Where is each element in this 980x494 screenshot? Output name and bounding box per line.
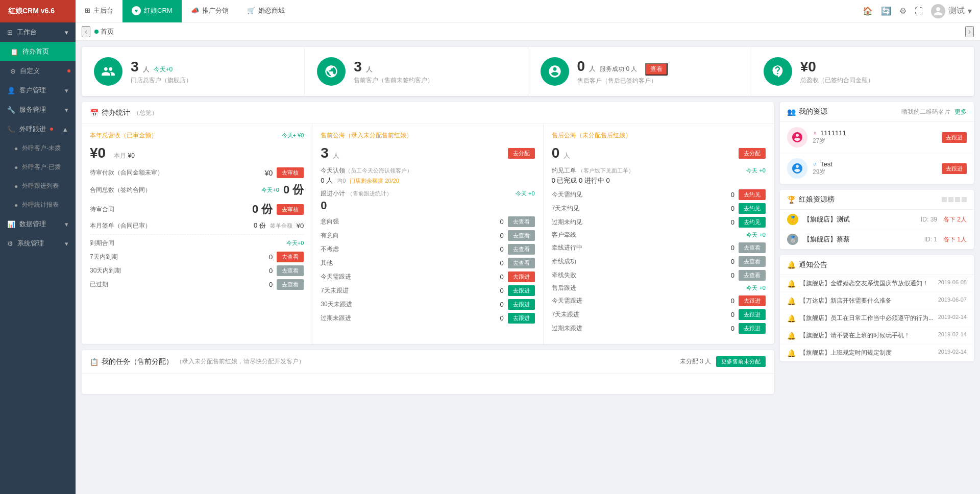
tab-shop[interactable]: 🛒 婚恋商城 xyxy=(238,0,294,22)
refresh-icon[interactable]: 🔄 xyxy=(881,6,891,16)
aftersale-check-btn[interactable]: 查看 xyxy=(645,63,668,76)
resource-go-btn-2[interactable]: 去跟进 xyxy=(942,163,967,174)
expired-btn[interactable]: 去查看 xyxy=(277,279,304,290)
todo-col-2: 售前公海（录入未分配售前红娘） 3 人 去分配 xyxy=(312,124,543,344)
aftersale-expired-follow-btn[interactable]: 去跟进 xyxy=(739,323,766,334)
customize-dot xyxy=(67,69,70,72)
aftersale-distribute-btn[interactable]: 去分配 xyxy=(739,148,766,159)
stat-card-presale-customers: 3 人 售前客户（售前未签约客户） xyxy=(305,47,528,96)
resource-go-btn-1[interactable]: 去跟进 xyxy=(942,132,967,143)
sidebar-item-customize[interactable]: ⊕ 自定义 xyxy=(0,61,76,81)
dot-icon: ● xyxy=(14,145,18,152)
tab-promotion[interactable]: 📣 推广分销 xyxy=(182,0,238,22)
sidebar-item-outbound-reached[interactable]: ● 外呼客户-已拨 xyxy=(0,158,76,177)
notice-item-2[interactable]: 🔔 【万达店】新店开张需要什么准备 2019-06-07 xyxy=(780,292,974,310)
system-icon: ⚙ xyxy=(7,240,13,248)
sidebar-outbound[interactable]: 📞 外呼跟进 ▲ xyxy=(0,119,76,139)
dot-icon2: ● xyxy=(14,164,18,171)
sidebar-customer-mgmt[interactable]: 👤 客户管理 ▾ xyxy=(0,81,76,100)
service-icon: 🔧 xyxy=(7,106,15,114)
sidebar-workbench[interactable]: ⊞ 工作台 ▾ xyxy=(0,22,76,42)
audit-contract-btn[interactable]: 去审核 xyxy=(277,204,304,215)
top-nav-tabs: ⊞ 主后台 ♥ 红娘CRM 📣 推广分销 🛒 婚恋商城 xyxy=(76,0,854,22)
breadcrumb: 首页 xyxy=(94,27,114,36)
dot-icon3: ● xyxy=(14,183,18,190)
aftersale-customers-icon xyxy=(541,57,569,86)
nav-prev-btn[interactable]: ‹ xyxy=(82,26,90,37)
presale-7d-btn[interactable]: 去跟进 xyxy=(508,285,535,296)
sidebar-item-outbound-stats[interactable]: ● 外呼统计报表 xyxy=(0,195,76,214)
sidebar-system-mgmt[interactable]: ⚙ 系统管理 ▾ xyxy=(0,234,76,253)
audit-payment-btn[interactable]: 去审核 xyxy=(277,167,304,178)
presale-expired-follow-btn[interactable]: 去跟进 xyxy=(508,313,535,324)
resource-item-1: ♀ 1111111 27岁 去跟进 xyxy=(780,122,974,153)
qrcode-link[interactable]: 晒我的二维码名片 xyxy=(901,108,950,116)
resources-more-link[interactable]: 更多 xyxy=(954,108,967,116)
silver-medal-icon: 🥈 xyxy=(787,234,798,245)
sidebar-service-mgmt[interactable]: 🔧 服务管理 ▾ xyxy=(0,100,76,119)
resource-avatar-1 xyxy=(787,127,807,147)
more-presale-unassigned-btn[interactable]: 更多售前未分配 xyxy=(716,356,766,367)
fullscreen-icon[interactable]: ⛶ xyxy=(915,7,923,16)
expand-icon2: ▾ xyxy=(65,106,68,114)
aftersale-expired-appt-btn[interactable]: 去约见 xyxy=(739,217,766,228)
settings-icon[interactable]: ⚙ xyxy=(899,6,906,16)
ranking-grid-icon xyxy=(942,197,967,202)
main-layout: ⊞ 工作台 ▾ 📋 待办首页 ⊕ 自定义 👤 客户管理 ▾ 🔧 服务管理 xyxy=(0,22,980,494)
my-resources-section: 👥 我的资源 晒我的二维码名片 更多 xyxy=(780,102,974,184)
total-profit-icon xyxy=(764,57,792,86)
right-panel: 👥 我的资源 晒我的二维码名片 更多 xyxy=(780,102,974,488)
content-area: ‹ 首页 › 3 人 今天+0 xyxy=(76,22,980,494)
expand-icon4: ▾ xyxy=(65,240,68,248)
sidebar-item-outbound-list[interactable]: ● 外呼跟进列表 xyxy=(0,177,76,195)
sidebar-item-outbound-unreached[interactable]: ● 外呼客户-未拨 xyxy=(0,139,76,158)
phone-icon: 📞 xyxy=(7,126,15,133)
presale-no-consider-btn[interactable]: 去查看 xyxy=(508,244,535,255)
notice-item-4[interactable]: 🔔 【旗舰店】请不要在上班的时候玩手机！ 2019-02-14 xyxy=(780,327,974,344)
resource-info-1: ♀ 1111111 27岁 xyxy=(813,129,942,145)
tab-main-backend[interactable]: ⊞ 主后台 xyxy=(76,0,122,22)
presale-distribute-btn[interactable]: 去分配 xyxy=(508,148,535,159)
aftersale-today-appt-btn[interactable]: 去约见 xyxy=(739,189,766,200)
7days-expiry-btn[interactable]: 去查看 xyxy=(277,252,304,262)
stat-card-aftersale-customers: 0 人 服务成功 0 人 查看 售后客户（售后已签约客户） xyxy=(528,47,751,96)
presale-today-follow-btn[interactable]: 去跟进 xyxy=(508,271,535,282)
30days-expiry-btn[interactable]: 去查看 xyxy=(277,265,304,276)
matchmaking-progress-btn[interactable]: 去查看 xyxy=(739,242,766,253)
user-menu[interactable]: 测试 ▾ xyxy=(931,4,972,18)
gold-medal-icon: 🥇 xyxy=(787,214,798,225)
notice-item-5[interactable]: 🔔 【旗舰店】上班规定时间规定制度 2019-02-14 xyxy=(780,344,974,361)
main-panels: 📅 待办统计 （总览） 本年总营收（已审金额） 今天+ ¥0 xyxy=(76,102,980,494)
sidebar-item-todo-home[interactable]: 📋 待办首页 xyxy=(0,42,76,61)
resource-info-2: ♂ Test 29岁 xyxy=(813,160,942,177)
expand-icon: ▾ xyxy=(65,87,68,94)
username-label: 测试 xyxy=(948,6,965,16)
notice-item-3[interactable]: 🔔 【旗舰店】员工在日常工作当中必须遵守的行为... 2019-02-14 xyxy=(780,310,974,327)
presale-strong-intent-btn[interactable]: 去查看 xyxy=(508,216,535,227)
grid-icon: ⊞ xyxy=(7,29,13,36)
aftersale-today-follow-btn[interactable]: 去跟进 xyxy=(739,295,766,306)
aftersale-7d-follow-btn[interactable]: 去跟进 xyxy=(739,309,766,320)
ranking-icon: 🏆 xyxy=(787,195,796,204)
calendar-icon: 📅 xyxy=(90,109,99,117)
tab-hongniaocrm[interactable]: ♥ 红娘CRM xyxy=(122,0,182,22)
presale-other-btn[interactable]: 去查看 xyxy=(508,258,535,268)
bell-icon-4: 🔔 xyxy=(787,332,796,340)
presale-customers-icon xyxy=(317,57,346,86)
home-icon[interactable]: 🏠 xyxy=(863,6,873,16)
presale-intent-btn[interactable]: 去查看 xyxy=(508,230,535,241)
nav-next-btn[interactable]: › xyxy=(965,26,974,37)
matchmaking-fail-btn[interactable]: 去查看 xyxy=(739,270,766,281)
data-icon: 📊 xyxy=(7,220,15,228)
presale-30d-btn[interactable]: 去跟进 xyxy=(508,299,535,310)
collapse-icon: ▾ xyxy=(65,29,68,36)
notice-item-1[interactable]: 🔔 【旗舰店】金蝶婚恋交友系统国庆节放假通知！ 2019-06-08 xyxy=(780,275,974,292)
todo-col-1: 本年总营收（已审金额） 今天+ ¥0 ¥0 本月 ¥0 待审付款（合同金额未审） xyxy=(82,124,312,344)
tasks-icon: 📋 xyxy=(90,358,99,366)
sidebar-data-mgmt[interactable]: 📊 数据管理 ▾ xyxy=(0,214,76,234)
presale-customers-info: 3 人 售前客户（售前未签约客户） xyxy=(354,59,515,85)
matchmaking-success-btn[interactable]: 去查看 xyxy=(739,256,766,267)
aftersale-7d-appt-btn[interactable]: 去约见 xyxy=(739,203,766,214)
rank-item-2: 🥈 【旗舰店】蔡蔡 ID: 1 各下 1人 xyxy=(780,230,974,249)
todo-col-3: 售后公海（未分配售后红娘） 0 人 去分配 xyxy=(544,124,774,344)
